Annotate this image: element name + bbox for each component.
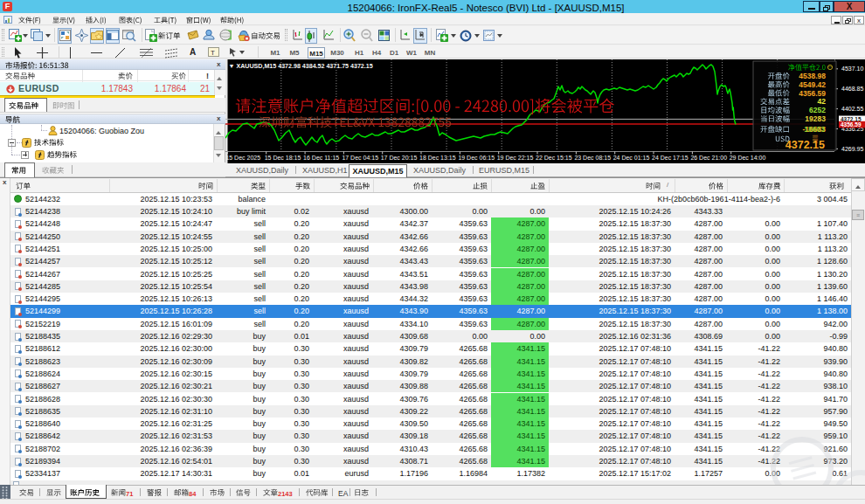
svg-text:4537.10: 4537.10 xyxy=(841,66,863,72)
svg-text:18 Dec 13:15: 18 Dec 13:15 xyxy=(419,155,456,161)
svg-text:6252: 6252 xyxy=(809,106,826,114)
svg-text:18603: 18603 xyxy=(804,125,825,134)
svg-text:T: T xyxy=(211,49,215,57)
svg-text:17 Dec 04:15: 17 Dec 04:15 xyxy=(342,155,378,161)
svg-text:4538.98: 4538.98 xyxy=(799,72,826,80)
svg-text:19 Dec 06:15: 19 Dec 06:15 xyxy=(458,155,495,161)
svg-text:29 Dec 14:00: 29 Dec 14:00 xyxy=(730,155,766,161)
svg-text:4269.95: 4269.95 xyxy=(841,146,863,152)
svg-text:4372.15: 4372.15 xyxy=(785,139,825,151)
svg-text:4549.42: 4549.42 xyxy=(799,80,826,89)
svg-text:15 Dec 2025: 15 Dec 2025 xyxy=(225,155,260,161)
svg-text:4356.59: 4356.59 xyxy=(841,121,862,128)
svg-text:4402.55: 4402.55 xyxy=(841,106,863,112)
svg-text:26 Dec 21:00: 26 Dec 21:00 xyxy=(690,155,727,161)
svg-text:▼ XAUUSD,M15 4372.98 4384.52 4: ▼ XAUUSD,M15 4372.98 4384.52 4371.75 437… xyxy=(229,63,373,70)
svg-text:17 Dec 20:15: 17 Dec 20:15 xyxy=(381,155,418,161)
svg-text:42: 42 xyxy=(818,97,827,106)
svg-text:4356.59: 4356.59 xyxy=(799,89,826,98)
svg-text:24 Dec 01:15: 24 Dec 01:15 xyxy=(613,155,650,161)
svg-text:22 Dec 15:15: 22 Dec 15:15 xyxy=(536,155,572,161)
svg-text:24 Dec 17:15: 24 Dec 17:15 xyxy=(652,155,689,161)
svg-text:19283: 19283 xyxy=(805,114,826,123)
svg-text:23 Dec 08:15: 23 Dec 08:15 xyxy=(574,155,611,161)
svg-text:15 Dec 18:15: 15 Dec 18:15 xyxy=(265,155,301,161)
svg-text:19 Dec 22:15: 19 Dec 22:15 xyxy=(497,155,534,161)
svg-text:4468.85: 4468.85 xyxy=(841,86,863,92)
svg-text:16 Dec 11:15: 16 Dec 11:15 xyxy=(303,155,339,161)
